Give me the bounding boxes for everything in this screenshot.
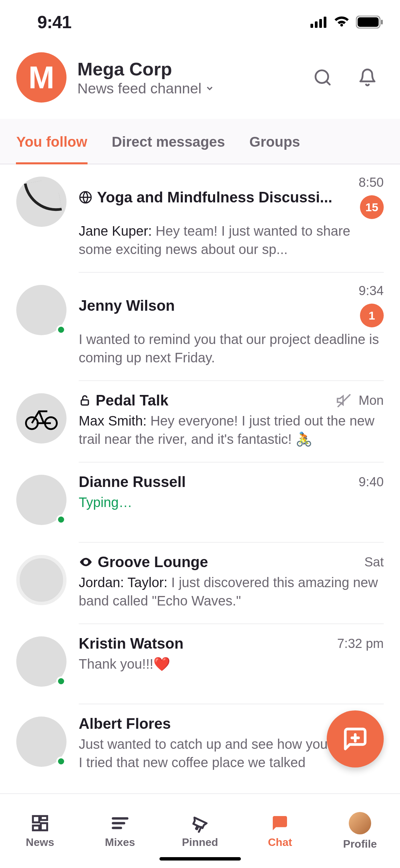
timestamp: 7:32 pm: [337, 636, 384, 651]
chat-icon: [270, 814, 289, 833]
svg-rect-18: [41, 823, 47, 830]
svg-line-13: [338, 395, 350, 407]
cellular-icon: [310, 16, 327, 28]
conversation-title: Pedal Talk: [96, 392, 168, 409]
nav-label: Chat: [268, 836, 292, 849]
workspace-initial: M: [28, 60, 55, 95]
conversation-title: Groove Lounge: [98, 554, 208, 571]
eye-icon: [79, 555, 93, 569]
svg-rect-0: [310, 24, 313, 28]
news-icon: [31, 814, 50, 833]
avatar: [16, 393, 66, 444]
filter-tabs: You follow Direct messages Groups: [0, 119, 400, 164]
avatar: [16, 717, 66, 767]
nav-label: Pinned: [182, 836, 218, 849]
profile-avatar-icon: [349, 812, 371, 834]
nav-mixes[interactable]: Mixes: [80, 794, 160, 868]
conversation-row[interactable]: Jenny Wilson 9:34 1 I wanted to remind y…: [0, 273, 400, 381]
wifi-icon: [334, 16, 350, 28]
svg-rect-12: [81, 400, 89, 405]
home-indicator: [159, 857, 241, 861]
presence-indicator: [56, 757, 66, 766]
conversation-list: Yoga and Mindfulness Discussi... 8:50 15…: [0, 164, 400, 793]
avatar: [16, 636, 66, 687]
sender-name: Jordan: Taylor:: [79, 575, 168, 590]
workspace-info[interactable]: Mega Corp News feed channel: [77, 58, 312, 97]
chevron-down-icon: [205, 84, 214, 93]
nav-chat[interactable]: Chat: [240, 794, 320, 868]
tab-you-follow[interactable]: You follow: [16, 119, 87, 164]
avatar: [16, 475, 66, 525]
notifications-button[interactable]: [357, 67, 378, 88]
nav-label: News: [26, 836, 54, 849]
presence-indicator: [56, 325, 66, 334]
new-chat-icon: [342, 726, 368, 752]
pin-icon: [190, 814, 209, 833]
conversation-row[interactable]: Pedal Talk Mon Max Smith: Hey everyone! …: [0, 381, 400, 463]
svg-rect-6: [381, 20, 383, 24]
nav-label: Mixes: [105, 836, 135, 849]
conversation-title: Albert Flores: [79, 715, 171, 732]
message-preview: Thank you!!!❤️: [79, 655, 384, 673]
svg-line-8: [326, 81, 330, 85]
svg-rect-2: [319, 19, 322, 28]
timestamp: Mon: [359, 393, 384, 408]
tab-groups[interactable]: Groups: [249, 119, 300, 164]
workspace-avatar[interactable]: M: [16, 52, 66, 103]
svg-rect-17: [41, 816, 47, 820]
conversation-title: Kristin Watson: [79, 635, 184, 652]
svg-rect-1: [315, 21, 318, 28]
muted-icon: [336, 393, 351, 408]
bell-icon: [358, 68, 377, 87]
message-preview: Jane Kuper: Hey team! I just wanted to s…: [79, 222, 384, 258]
conversation-row[interactable]: Groove Lounge Sat Jordan: Taylor: I just…: [0, 543, 400, 624]
conversation-title: Jenny Wilson: [79, 297, 175, 314]
app-header: M Mega Corp News feed channel: [0, 44, 400, 119]
unread-badge: 1: [360, 304, 384, 327]
timestamp: 9:40: [359, 475, 384, 489]
nav-label: Profile: [343, 838, 377, 850]
conversation-row[interactable]: Dianne Russell 9:40 Typing…: [0, 463, 400, 543]
message-preview: I wanted to remind you that our project …: [79, 330, 384, 367]
svg-rect-19: [33, 826, 39, 830]
bottom-nav: News Mixes Pinned Chat Profile: [0, 793, 400, 868]
battery-icon: [356, 16, 383, 29]
bicycle-icon: [23, 406, 60, 430]
unread-badge: 15: [360, 195, 384, 219]
svg-rect-5: [358, 17, 379, 27]
sender-name: Jane Kuper:: [79, 223, 152, 238]
new-chat-button[interactable]: [327, 710, 384, 767]
status-time: 9:41: [37, 12, 71, 32]
typing-indicator: Typing…: [79, 493, 384, 511]
timestamp: Sat: [364, 555, 384, 569]
conversation-title: Dianne Russell: [79, 473, 186, 490]
nav-profile[interactable]: Profile: [320, 794, 400, 868]
sender-name: Max Smith:: [79, 413, 147, 428]
status-icons: [310, 16, 383, 29]
mixes-icon: [111, 814, 130, 833]
globe-icon: [79, 191, 92, 204]
timestamp: 9:34: [359, 284, 384, 298]
workspace-subtitle: News feed channel: [77, 80, 202, 97]
presence-indicator: [56, 515, 66, 524]
svg-rect-16: [33, 816, 39, 822]
search-button[interactable]: [312, 67, 333, 88]
timestamp: 8:50: [359, 175, 384, 190]
tab-direct-messages[interactable]: Direct messages: [112, 119, 225, 164]
search-icon: [313, 68, 332, 87]
presence-indicator: [56, 676, 66, 686]
lock-icon: [79, 394, 91, 406]
avatar: [16, 177, 66, 227]
message-preview: Jordan: Taylor: I just discovered this a…: [79, 573, 384, 610]
avatar: [16, 555, 66, 605]
message-preview: Max Smith: Hey everyone! I just tried ou…: [79, 412, 384, 448]
conversation-title: Yoga and Mindfulness Discussi...: [97, 189, 332, 206]
workspace-title: Mega Corp: [77, 58, 312, 79]
nav-news[interactable]: News: [0, 794, 80, 868]
avatar: [16, 285, 66, 335]
svg-rect-3: [324, 17, 326, 28]
workspace-subtitle-row: News feed channel: [77, 80, 312, 97]
status-bar: 9:41: [0, 0, 400, 44]
conversation-row[interactable]: Kristin Watson 7:32 pm Thank you!!!❤️: [0, 624, 400, 704]
conversation-row[interactable]: Yoga and Mindfulness Discussi... 8:50 15…: [0, 164, 400, 273]
